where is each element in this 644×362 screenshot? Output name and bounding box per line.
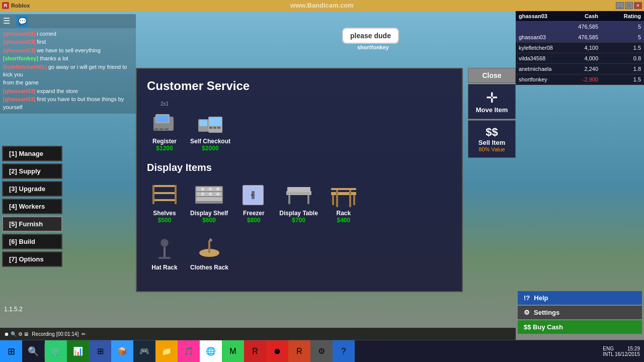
- svg-rect-2: [156, 115, 169, 122]
- self-checkout-badge: [210, 101, 211, 107]
- lb-cash-4: 2,240: [558, 64, 601, 74]
- taskbar-mu-icon[interactable]: M: [222, 340, 244, 363]
- clothes-rack-item[interactable]: Clothes Rack: [190, 234, 228, 271]
- start-button[interactable]: ⊞: [0, 340, 22, 363]
- help-button[interactable]: !? Help: [518, 291, 642, 305]
- taskbar-help-icon[interactable]: ?: [333, 340, 355, 363]
- clothes-rack-name: Clothes Rack: [190, 264, 228, 271]
- maximize-button[interactable]: □: [625, 2, 633, 9]
- freezer-item[interactable]: Freezer $800: [236, 179, 271, 224]
- rack-price: $400: [337, 217, 350, 224]
- lb-player-cash-header: 476,585: [558, 22, 601, 32]
- chat-icon[interactable]: 💬: [16, 15, 28, 27]
- window-controls[interactable]: _ □ ✕: [616, 2, 642, 9]
- sell-value-label: 80% Value: [472, 146, 511, 152]
- chat-header: ☰ 💬: [0, 14, 136, 28]
- chat-text: i comed: [37, 31, 56, 37]
- watermark: www.Bandicam.com: [290, 2, 354, 9]
- taskbar-chrome-icon[interactable]: 🌐: [200, 340, 222, 363]
- settings-button[interactable]: ⚙ Settings: [518, 306, 642, 319]
- lb-row-3: vilda34568 4,000 0.8: [516, 53, 644, 64]
- lb-header: ghassan03 Cash Rating: [516, 11, 644, 22]
- svg-rect-12: [217, 127, 220, 129]
- move-item-button[interactable]: ✛ Move Item: [468, 84, 516, 119]
- lb-name-1: ghassan03: [516, 32, 558, 42]
- register-name: Register: [152, 138, 177, 145]
- lb-cash-1: 476,585: [558, 32, 601, 42]
- menu-build-button[interactable]: [6] Build: [2, 234, 62, 249]
- lb-rating-3: 0.8: [601, 53, 644, 63]
- display-table-icon: [281, 179, 316, 210]
- shelves-item[interactable]: Shelves $500: [147, 179, 182, 224]
- buy-cash-button[interactable]: $$ Buy Cash: [518, 320, 642, 334]
- taskbar-apps-icon[interactable]: ⊞: [89, 340, 111, 363]
- menu-manage-button[interactable]: [1] Manage: [2, 146, 62, 161]
- right-panel: Close ✛ Move Item $$ Sell Item 80% Value: [468, 68, 516, 158]
- display-table-name: Display Table: [279, 210, 317, 217]
- taskbar-time: 15:29 16/12/2015: [615, 346, 640, 357]
- buy-cash-label: $$ Buy Cash: [524, 323, 563, 331]
- taskbar-file-icon[interactable]: 📁: [155, 340, 178, 363]
- menu-options-button[interactable]: [7] Options: [2, 251, 62, 267]
- menu-upgrade-button[interactable]: [3] Upgrade: [2, 181, 62, 197]
- taskbar-settings-icon[interactable]: ⚙: [310, 340, 333, 363]
- chat-username: [ghassan03]: [3, 96, 35, 102]
- taskbar-itunes-icon[interactable]: 🎵: [178, 340, 200, 363]
- taskbar-record-icon[interactable]: ⏺: [266, 340, 288, 363]
- lb-header-rating: Rating: [601, 11, 644, 21]
- lb-row-4: anetmichaela 2,240 1.8: [516, 64, 644, 74]
- svg-rect-37: [331, 192, 356, 195]
- sell-item-button[interactable]: $$ Sell Item 80% Value: [468, 120, 516, 158]
- taskbar-excel-icon[interactable]: 📊: [67, 340, 89, 363]
- recording-icons: ⏺ 🔍 ⚙ 🖥: [4, 331, 29, 337]
- display-shelf-item[interactable]: Display Shelf $600: [190, 179, 228, 224]
- display-table-item[interactable]: Display Table $700: [279, 179, 317, 224]
- minimize-button[interactable]: _: [616, 2, 624, 9]
- move-item-label: Move Item: [472, 106, 511, 114]
- settings-label: Settings: [534, 309, 559, 316]
- taskbar-dropbox-icon[interactable]: 📦: [111, 340, 133, 363]
- display-shelf-price: $600: [202, 217, 216, 224]
- self-checkout-icon: [193, 108, 228, 138]
- bottom-items-grid: Hat Rack Clothes Rack: [147, 234, 452, 271]
- taskbar-right: ENGINTL 15:29 16/12/2015: [603, 346, 644, 357]
- taskbar-store-icon[interactable]: 🛒: [45, 340, 67, 363]
- chat-bubble: please dude: [342, 28, 399, 44]
- taskbar-roblox-icon[interactable]: R: [244, 340, 266, 363]
- chat-message: [ghassan03] first: [3, 38, 133, 46]
- chat-message: [ghassan03] we have to sell everything: [3, 47, 133, 54]
- chat-message: [ghassan03] expand the store: [3, 87, 133, 95]
- app-title: Roblox: [11, 3, 30, 9]
- lb-header-cash: Cash: [558, 11, 601, 21]
- self-checkout-item[interactable]: Self Checkout $2000: [190, 101, 230, 152]
- display-shelf-name: Display Shelf: [190, 210, 228, 217]
- register-items-grid: 2x1 Register $1200: [147, 101, 452, 152]
- menu-workers-button[interactable]: [4] Workers: [2, 199, 62, 214]
- chat-bubble-username: shortfonkey: [357, 44, 389, 50]
- freezer-icon: [236, 179, 271, 210]
- svg-point-24: [216, 188, 219, 191]
- hamburger-icon[interactable]: ☰: [3, 16, 13, 26]
- taskbar-search[interactable]: 🔍: [22, 340, 44, 363]
- close-button[interactable]: Close: [468, 68, 516, 83]
- svg-rect-11: [213, 127, 216, 129]
- lb-row-1: ghassan03 476,585 5: [516, 32, 644, 43]
- svg-rect-5: [165, 128, 169, 130]
- lb-rating-1: 5: [601, 32, 644, 42]
- rack-item[interactable]: Rack $400: [326, 179, 361, 224]
- close-button[interactable]: ✕: [634, 2, 642, 9]
- hat-rack-item[interactable]: Hat Rack: [147, 234, 182, 271]
- taskbar-roblox2-icon[interactable]: R: [288, 340, 310, 363]
- taskbar-steam-icon[interactable]: 🎮: [133, 340, 155, 363]
- svg-rect-3: [154, 128, 158, 130]
- register-item[interactable]: 2x1 Register $1200: [147, 101, 182, 152]
- svg-rect-42: [331, 188, 356, 190]
- menu-furnish-button[interactable]: [5] Furnish: [2, 216, 62, 232]
- svg-rect-13: [152, 185, 177, 187]
- menu-supply-button[interactable]: [2] Supply: [2, 163, 62, 179]
- hat-rack-icon: [147, 234, 182, 264]
- chat-message: [ghassan03] i comed: [3, 30, 133, 38]
- self-checkout-price: $2000: [202, 145, 218, 152]
- recording-bar: ⏺ 🔍 ⚙ 🖥 Recording [00:01:14] ✏: [0, 328, 516, 340]
- chat-message: [ghassan03] first you have to but those …: [3, 96, 133, 111]
